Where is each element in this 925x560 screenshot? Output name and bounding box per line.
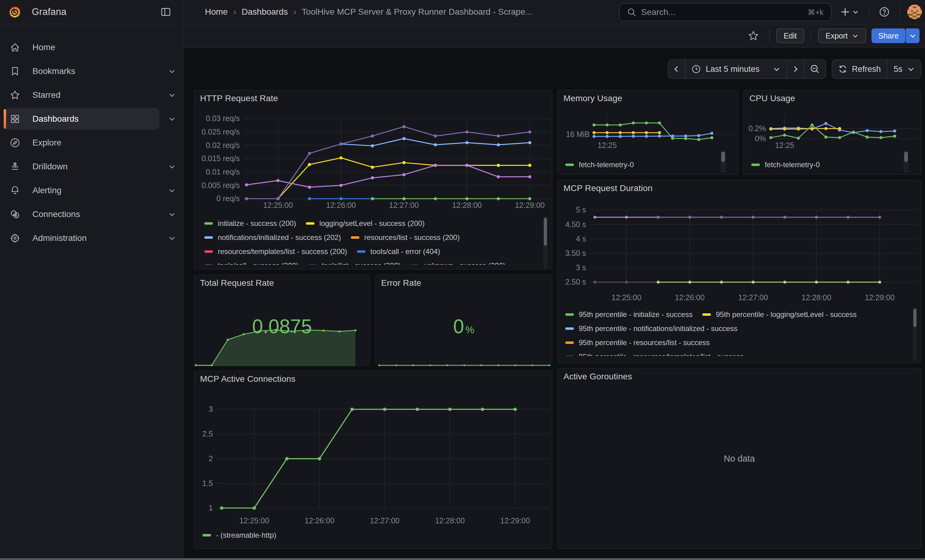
time-range-picker-button[interactable]: Last 5 minutes <box>685 60 787 78</box>
zoom-out-button[interactable] <box>804 60 826 78</box>
data-point <box>720 281 723 284</box>
data-point <box>497 364 499 366</box>
time-shift-forward-button[interactable] <box>787 60 804 78</box>
panel-http-request-rate: HTTP Request Rate 0.03 req/s0.025 req/s0… <box>194 90 553 270</box>
clock-icon <box>691 65 701 74</box>
edit-button[interactable]: Edit <box>776 29 804 43</box>
data-point <box>402 197 405 200</box>
breadcrumb-current-page: ToolHive MCP Server & Proxy Runner Dashb… <box>301 7 532 17</box>
mcp-active-connections-chart[interactable]: 32.521.5112:25:0012:26:0012:27:0012:28:0… <box>194 371 553 552</box>
legend-label: tools/call - error (404) <box>371 247 440 256</box>
legend-item[interactable]: 95th percentile - initialize - success <box>565 308 693 321</box>
legend-item[interactable]: resources/templates/list - success (200) <box>204 245 347 258</box>
sidebar-item-bookmarks[interactable]: Bookmarks <box>0 59 183 83</box>
favorite-star-button[interactable] <box>744 28 762 44</box>
panel-mcp-request-duration: MCP Request Duration 5 s4.50 s4 s3.50 s3… <box>557 180 921 363</box>
x-axis-tick-label: 12:28:00 <box>801 293 831 302</box>
x-axis-tick-label: 12:25 <box>598 141 617 150</box>
data-point <box>434 164 437 167</box>
data-point <box>658 131 661 134</box>
sidebar-item-connections[interactable]: Connections <box>0 203 183 226</box>
sidebar-item-home[interactable]: Home <box>0 36 183 59</box>
sidebar-item-dashboards[interactable]: Dashboards <box>0 107 183 131</box>
sidebar-item-starred[interactable]: Starred <box>0 83 183 107</box>
help-button[interactable] <box>875 3 893 21</box>
chevron-down-icon[interactable] <box>168 234 176 242</box>
data-point <box>277 179 280 182</box>
data-point <box>783 128 786 131</box>
refresh-interval-button[interactable]: 5s <box>887 60 921 78</box>
legend-item[interactable]: logging/setLevel - success (200) <box>306 216 425 230</box>
data-point <box>838 136 841 139</box>
legend-item[interactable]: - (streamable-http) <box>202 528 276 542</box>
legend-item[interactable]: notifications/initialized - success (202… <box>204 230 341 245</box>
nav-actions <box>837 0 925 24</box>
sidebar-item-administration[interactable]: Administration <box>0 226 183 250</box>
user-avatar[interactable] <box>907 5 922 19</box>
compass-icon <box>10 138 20 148</box>
legend-item[interactable]: tools/call - error (404) <box>357 245 440 258</box>
legend-scrollbar[interactable] <box>543 216 548 269</box>
legend-scrollbar[interactable] <box>904 150 908 173</box>
panel-title[interactable]: Active Goroutines <box>563 372 632 381</box>
legend-item[interactable]: 95th percentile - resources/list - succe… <box>565 336 710 350</box>
data-point <box>528 130 531 133</box>
time-controls: Last 5 minutes <box>668 59 921 79</box>
export-button[interactable]: Export <box>818 29 866 43</box>
add-new-button[interactable] <box>837 3 863 21</box>
chevron-down-icon[interactable] <box>168 92 176 99</box>
y-axis-tick-label: 1 <box>209 503 213 512</box>
chevron-down-icon[interactable] <box>168 115 176 123</box>
data-point <box>645 122 648 125</box>
legend-item[interactable]: tools/list - success (200) <box>308 258 401 265</box>
chevron-down-icon[interactable] <box>168 163 176 170</box>
data-point <box>592 135 595 138</box>
data-point <box>245 183 248 186</box>
data-point <box>824 122 827 125</box>
legend-color-chip <box>351 236 359 239</box>
legend-item[interactable]: 95th percentile - resources/templates/li… <box>565 350 744 356</box>
panel-total-request-rate: Total Request Rate 0.0875 <box>194 275 370 366</box>
share-button[interactable]: Share <box>871 29 905 43</box>
legend-color-chip <box>565 356 574 356</box>
data-point <box>446 364 448 366</box>
data-point <box>783 134 786 137</box>
breadcrumb-dashboards[interactable]: Dashboards <box>242 7 288 17</box>
legend-item[interactable]: fetch-telemetry-0 <box>751 158 820 172</box>
legend-item[interactable]: 95th percentile - notifications/initiali… <box>565 321 738 336</box>
time-shift-back-button[interactable] <box>668 60 685 78</box>
legend-item[interactable]: 95th percentile - logging/setLevel - suc… <box>702 308 856 321</box>
chevron-down-icon[interactable] <box>168 187 176 194</box>
stat-value: 0% <box>376 317 552 336</box>
legend-item[interactable]: initialize - success (200) <box>204 216 296 230</box>
legend-color-chip <box>204 264 213 265</box>
sidebar-item-alerting[interactable]: Alerting <box>0 179 183 203</box>
data-point <box>497 164 500 167</box>
data-point <box>339 197 343 200</box>
breadcrumb-home[interactable]: Home <box>205 7 228 17</box>
legend-item[interactable]: resources/list - success (200) <box>351 230 460 245</box>
legend-label: tools/list - success (200) <box>322 261 401 265</box>
legend-scrollbar[interactable] <box>721 150 726 173</box>
sidebar-toggle-button[interactable] <box>157 3 174 21</box>
refresh-button[interactable]: Refresh <box>832 60 888 78</box>
chevron-down-icon[interactable] <box>168 68 176 75</box>
search-input[interactable]: Search... ⌘+k <box>619 3 832 21</box>
y-axis-tick-label: 3.50 s <box>565 249 586 257</box>
chevron-down-icon[interactable] <box>168 211 176 218</box>
legend-item[interactable]: tools/call - success (200) <box>204 258 298 265</box>
sidebar-item-explore[interactable]: Explore <box>0 131 183 155</box>
legend-label: logging/setLevel - success (200) <box>319 219 425 228</box>
legend-color-chip <box>565 164 574 166</box>
nav-brand-section: Grafana <box>0 0 184 24</box>
sidebar-item-label: Drilldown <box>32 162 68 171</box>
legend-scrollbar[interactable] <box>913 308 917 361</box>
data-point <box>481 407 484 411</box>
legend-item[interactable]: unknown - success (200) <box>410 258 506 265</box>
nav-main-section: Home › Dashboards › ToolHive MCP Server … <box>184 0 925 24</box>
sidebar-item-drilldown[interactable]: Drilldown <box>0 155 183 179</box>
share-menu-button[interactable] <box>905 29 919 43</box>
data-point <box>402 137 405 140</box>
y-axis-tick-label: 0.015 req/s <box>202 154 240 163</box>
legend-item[interactable]: fetch-telemetry-0 <box>565 158 634 172</box>
